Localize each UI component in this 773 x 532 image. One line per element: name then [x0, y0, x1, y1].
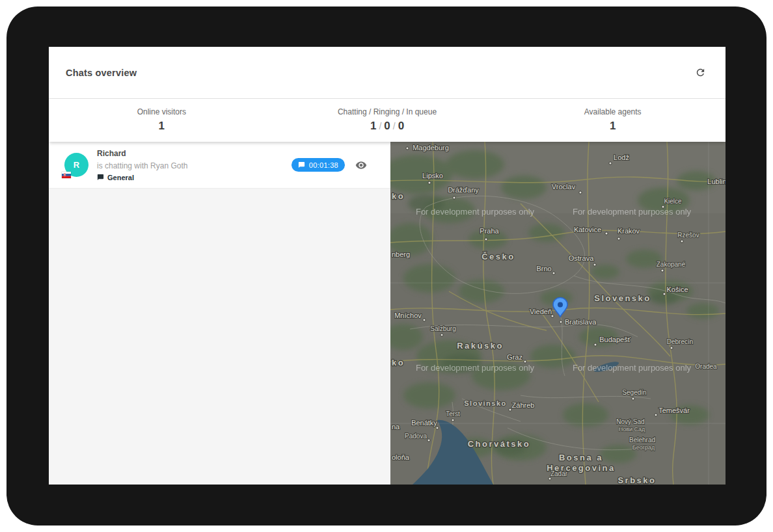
stat-label: Available agents	[500, 107, 726, 116]
map-city-dot	[661, 269, 664, 272]
map-city-dot	[593, 263, 596, 266]
map-label: Vroclav	[552, 183, 576, 191]
stat-online-visitors: Online visitors 1	[49, 99, 275, 142]
view-chat-button[interactable]	[353, 157, 370, 174]
main-content: R Richard is chatting with Ryan Goth	[49, 142, 726, 485]
map-city-dot	[594, 343, 597, 346]
map-label: Slovinsko	[464, 399, 506, 407]
chat-timer: 00:01:38	[309, 161, 338, 169]
map-label: Nový Sad	[616, 418, 644, 425]
map-city-dot	[579, 191, 582, 194]
visitor-name: Richard	[97, 149, 292, 158]
map-city-dot	[423, 319, 426, 321]
map-label: Lipsko	[422, 172, 443, 180]
map-label: Lodž	[614, 153, 629, 161]
map-city-dot	[655, 414, 657, 416]
stats-bar: Online visitors 1 Chatting / Ringing / I…	[49, 99, 726, 142]
map-city-dot	[549, 477, 551, 480]
map-city-dot	[441, 334, 443, 336]
stat-available-agents: Available agents 1	[500, 99, 726, 142]
map-city-dot	[670, 347, 673, 349]
map-label: Zadar	[550, 470, 568, 477]
map-city-dot	[617, 237, 620, 240]
map-label: Temešvár	[658, 406, 690, 414]
map-label: Viedeň	[530, 308, 552, 315]
map-city-dot	[552, 272, 555, 274]
map-label: Budapešť	[599, 336, 631, 343]
map-city-dot	[427, 439, 430, 442]
map-label: Chorvátsko	[468, 439, 531, 449]
stat-separator: /	[379, 121, 381, 131]
chat-bubble-icon	[298, 161, 305, 168]
avatar-letter: R	[74, 160, 79, 170]
stat-label: Chatting / Ringing / In queue	[275, 107, 500, 116]
stat-ringing-count: 0	[384, 120, 390, 132]
map-city-dot	[632, 397, 634, 400]
stat-value: 1	[500, 120, 726, 133]
slovakia-flag-icon	[62, 172, 71, 178]
map-label: Katovice	[574, 226, 601, 233]
map-label: Srbsko	[617, 475, 656, 485]
stat-value: 1/0/0	[275, 120, 500, 133]
map-label: Београд	[632, 444, 655, 451]
refresh-icon	[695, 67, 706, 78]
map-city-dot	[524, 360, 526, 363]
map-watermark: For development purposes only	[573, 207, 692, 217]
map-watermark: For development purposes only	[573, 363, 692, 373]
map-label: Belehrad	[629, 436, 655, 444]
map-label: Magdeburg	[413, 144, 449, 152]
group-label: General	[107, 174, 134, 181]
map-label: Ostrava	[569, 254, 594, 262]
map-city-dot	[406, 147, 409, 150]
map-label: Drážďany	[448, 186, 479, 194]
map[interactable]: For development purposes onlyFor develop…	[390, 142, 726, 485]
map-city-dot	[485, 238, 487, 241]
map-label: Oradea	[695, 363, 717, 370]
map-label: Bosna a	[559, 453, 603, 462]
stat-value: 1	[49, 120, 275, 133]
map-label: Slovensko	[594, 293, 651, 303]
stat-queue-count: 0	[398, 120, 404, 132]
map-label: Košice	[666, 286, 688, 293]
chat-status-text: is chatting with Ryan Goth	[97, 161, 292, 170]
map-city-dot	[428, 181, 431, 184]
map-label: na	[392, 423, 400, 431]
avatar: R	[64, 153, 88, 177]
page-title: Chats overview	[66, 68, 137, 78]
map-city-dot	[436, 427, 439, 429]
map-label: Lublin	[707, 178, 726, 185]
map-label: Padova	[405, 432, 427, 440]
map-watermark: For development purposes only	[416, 207, 535, 217]
map-city-dot	[560, 321, 562, 323]
chat-list-item[interactable]: R Richard is chatting with Ryan Goth	[49, 142, 390, 189]
stat-label: Online visitors	[49, 107, 275, 116]
map-label: ko	[392, 358, 405, 367]
map-label: Zakopané	[657, 261, 686, 268]
map-label: Rzešov	[677, 232, 699, 239]
map-label: Debrecín	[667, 338, 694, 345]
map-label: Нови Сад	[619, 426, 645, 432]
map-label: Segedín	[622, 389, 646, 396]
map-city-dot	[453, 196, 455, 199]
chat-list: R Richard is chatting with Ryan Goth	[49, 142, 390, 485]
device-frame: Chats overview Online visitors 1 Chattin…	[7, 7, 766, 525]
app-window: Chats overview Online visitors 1 Chattin…	[49, 47, 726, 485]
stat-separator: /	[393, 121, 396, 131]
header: Chats overview	[49, 47, 726, 99]
map-city-dot	[609, 162, 612, 165]
stat-chatting-count: 1	[370, 120, 376, 132]
map-watermark: For development purposes only	[416, 363, 535, 373]
eye-icon	[355, 159, 367, 171]
map-label: Brno	[536, 265, 551, 273]
map-label: Graz	[507, 353, 522, 361]
map-city-dot	[605, 232, 608, 235]
chat-actions: 00:01:38	[292, 157, 379, 174]
chat-timer-badge: 00:01:38	[292, 158, 345, 172]
group-icon	[97, 174, 104, 181]
map-city-dot	[662, 206, 664, 208]
map-label: Salzburg	[430, 325, 455, 332]
map-city-dot	[509, 408, 511, 411]
map-label: Kielce	[664, 198, 682, 205]
map-label: Česko	[481, 252, 515, 261]
refresh-button[interactable]	[692, 64, 709, 81]
